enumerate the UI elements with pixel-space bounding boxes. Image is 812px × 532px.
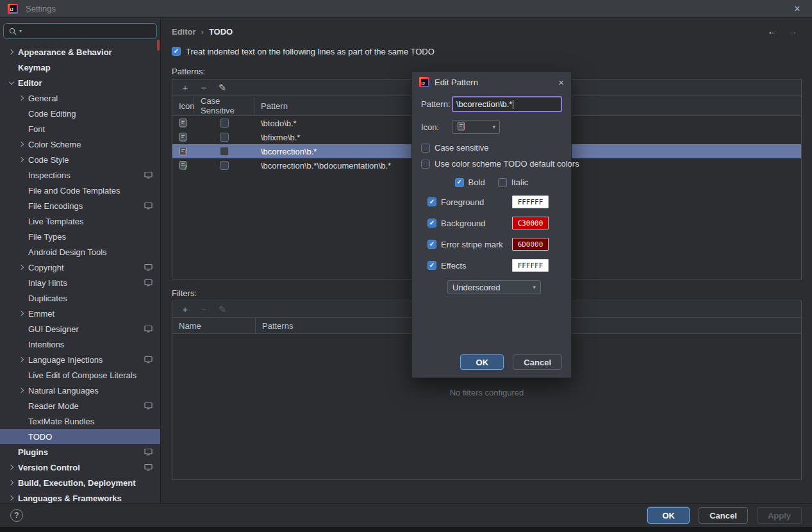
chevron-right-icon[interactable] bbox=[8, 494, 15, 502]
apply-button[interactable]: Apply bbox=[757, 507, 802, 524]
window-close-icon[interactable]: × bbox=[790, 4, 804, 14]
ok-button[interactable]: OK bbox=[647, 507, 690, 524]
add-filter-button[interactable]: + bbox=[181, 304, 190, 314]
search-filter-arrow-icon[interactable]: ▾ bbox=[19, 28, 22, 34]
sidebar-item-code-style[interactable]: Code Style bbox=[0, 152, 160, 167]
sidebar-item-emmet[interactable]: Emmet bbox=[0, 306, 160, 321]
italic-checkbox[interactable] bbox=[498, 178, 507, 187]
case-sensitive-checkbox[interactable] bbox=[220, 147, 229, 156]
chevron-down-icon[interactable] bbox=[8, 79, 15, 87]
sidebar-item-label: Intentions bbox=[28, 340, 64, 349]
chevron-right-icon[interactable] bbox=[18, 387, 26, 394]
chevron-right-icon[interactable] bbox=[18, 356, 26, 363]
use-default-colors-option[interactable]: Use color scheme TODO default colors bbox=[421, 159, 562, 169]
sidebar-item-build-execution-deployment[interactable]: Build, Execution, Deployment bbox=[0, 475, 160, 490]
sidebar-item-editor[interactable]: Editor bbox=[0, 75, 160, 90]
per-project-settings-icon bbox=[144, 402, 153, 410]
sidebar-item-keymap[interactable]: Keymap bbox=[0, 60, 160, 75]
breadcrumb-editor[interactable]: Editor bbox=[172, 27, 196, 37]
sidebar-item-inspections[interactable]: Inspections bbox=[0, 167, 160, 183]
sidebar-item-file-and-code-templates[interactable]: File and Code Templates bbox=[0, 183, 160, 198]
effect-type-dropdown[interactable]: Underscored ▾ bbox=[447, 280, 541, 294]
bold-option[interactable]: Bold bbox=[455, 178, 485, 187]
foreground-color-value[interactable]: FFFFFF bbox=[512, 195, 549, 208]
chevron-down-icon: ▾ bbox=[533, 284, 536, 290]
sidebar-item-general[interactable]: General bbox=[0, 90, 160, 106]
sidebar-item-natural-languages[interactable]: Natural Languages bbox=[0, 383, 160, 398]
case-sensitive-checkbox[interactable] bbox=[220, 161, 229, 170]
sidebar-item-android-design-tools[interactable]: Android Design Tools bbox=[0, 244, 160, 260]
background-checkbox[interactable] bbox=[427, 219, 436, 228]
sidebar-item-language-injections[interactable]: Language Injections bbox=[0, 352, 160, 367]
sidebar-item-textmate-bundles[interactable]: TextMate Bundles bbox=[0, 413, 160, 429]
case-sensitive-checkbox[interactable] bbox=[220, 133, 229, 142]
search-input[interactable] bbox=[26, 26, 152, 36]
sidebar-item-duplicates[interactable]: Duplicates bbox=[0, 290, 160, 306]
chevron-right-icon[interactable] bbox=[18, 156, 26, 163]
add-pattern-button[interactable]: + bbox=[181, 83, 190, 92]
sidebar-item-file-encodings[interactable]: File Encodings bbox=[0, 198, 160, 213]
error-stripe-mark-color-value[interactable]: 6D0000 bbox=[512, 238, 549, 251]
chevron-right-icon[interactable] bbox=[18, 94, 26, 102]
sidebar-item-languages-frameworks[interactable]: Languages & Frameworks bbox=[0, 490, 160, 503]
chevron-spacer bbox=[18, 202, 26, 210]
breadcrumb: Editor › TODO ← → bbox=[172, 18, 802, 40]
chevron-right-icon[interactable] bbox=[8, 48, 15, 56]
sidebar-item-font[interactable]: Font bbox=[0, 121, 160, 137]
chevron-right-icon[interactable] bbox=[18, 310, 26, 317]
sidebar-item-code-editing[interactable]: Code Editing bbox=[0, 106, 160, 121]
chevron-right-icon[interactable] bbox=[18, 263, 26, 271]
case-sensitive-checkbox[interactable] bbox=[421, 144, 430, 153]
effects-label: Effects bbox=[441, 261, 467, 270]
help-button[interactable]: ? bbox=[10, 509, 23, 522]
edit-filter-button[interactable]: ✎ bbox=[218, 304, 227, 314]
sidebar-item-label: Code Editing bbox=[28, 109, 76, 119]
edit-pattern-button[interactable]: ✎ bbox=[218, 83, 227, 92]
treat-indented-checkbox[interactable] bbox=[172, 47, 181, 56]
use-default-colors-checkbox[interactable] bbox=[421, 160, 430, 169]
sidebar-item-plugins[interactable]: Plugins bbox=[0, 444, 160, 460]
settings-search[interactable]: ▾ bbox=[3, 23, 157, 39]
pattern-input[interactable]: \bcorrection\b.* bbox=[452, 96, 562, 112]
sidebar-item-live-templates[interactable]: Live Templates bbox=[0, 213, 160, 229]
forward-arrow-icon[interactable]: → bbox=[788, 26, 798, 37]
error-stripe-mark-checkbox[interactable] bbox=[427, 240, 436, 249]
bold-checkbox[interactable] bbox=[455, 178, 464, 187]
settings-window: Settings × ▾ Appearance & BehaviorKeymap… bbox=[0, 0, 812, 532]
sidebar-item-intentions[interactable]: Intentions bbox=[0, 337, 160, 352]
dialog-close-icon[interactable]: × bbox=[558, 78, 564, 87]
chevron-right-icon[interactable] bbox=[8, 479, 15, 486]
pattern-input-value: \bcorrection\b.* bbox=[456, 99, 512, 109]
sidebar-item-todo[interactable]: TODO bbox=[0, 429, 160, 444]
back-arrow-icon[interactable]: ← bbox=[767, 26, 777, 37]
case-sensitive-option[interactable]: Case sensitive bbox=[421, 143, 562, 153]
sidebar-item-reader-mode[interactable]: Reader Mode bbox=[0, 398, 160, 413]
effects-color-value[interactable]: FFFFFF bbox=[512, 259, 549, 272]
italic-label: Italic bbox=[511, 178, 529, 187]
sidebar-item-color-scheme[interactable]: Color Scheme bbox=[0, 137, 160, 152]
sidebar-item-file-types[interactable]: File Types bbox=[0, 229, 160, 244]
sidebar-item-gui-designer[interactable]: GUI Designer bbox=[0, 321, 160, 337]
per-project-settings-icon bbox=[144, 463, 153, 471]
dialog-ok-button[interactable]: OK bbox=[460, 354, 504, 370]
sidebar-item-copyright[interactable]: Copyright bbox=[0, 260, 160, 275]
sidebar-item-inlay-hints[interactable]: Inlay Hints bbox=[0, 275, 160, 290]
effects-checkbox[interactable] bbox=[427, 261, 436, 270]
remove-pattern-button[interactable]: − bbox=[199, 83, 208, 92]
sidebar-item-version-control[interactable]: Version Control bbox=[0, 460, 160, 475]
dialog-cancel-button[interactable]: Cancel bbox=[513, 354, 562, 370]
cancel-button[interactable]: Cancel bbox=[699, 507, 748, 524]
chevron-right-icon[interactable] bbox=[18, 140, 26, 148]
treat-indented-option[interactable]: Treat indented text on the following lin… bbox=[172, 45, 802, 58]
italic-option[interactable]: Italic bbox=[498, 178, 529, 187]
sidebar-item-live-edit-of-compose-literals[interactable]: Live Edit of Compose Literals bbox=[0, 367, 160, 383]
chevron-right-icon[interactable] bbox=[8, 463, 15, 471]
background-color-value[interactable]: C30000 bbox=[512, 217, 549, 229]
svg-text:!: ! bbox=[185, 148, 187, 156]
remove-filter-button[interactable]: − bbox=[199, 304, 208, 314]
sidebar-item-appearance-behavior[interactable]: Appearance & Behavior bbox=[0, 44, 160, 60]
foreground-checkbox[interactable] bbox=[427, 197, 436, 206]
case-sensitive-label: Case sensitive bbox=[435, 143, 489, 153]
case-sensitive-checkbox[interactable] bbox=[220, 119, 229, 128]
icon-dropdown[interactable]: ! ▾ bbox=[452, 120, 500, 134]
